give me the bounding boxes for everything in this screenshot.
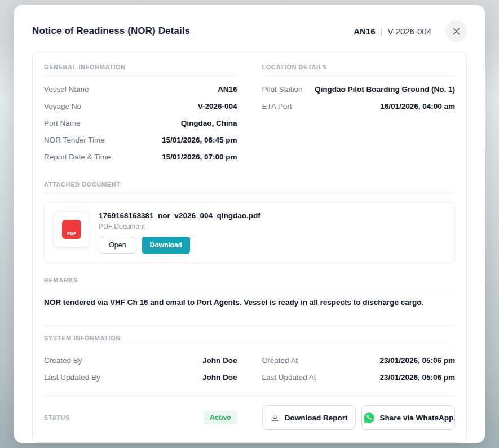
info-columns: General Information Vessel Name AN16 Voy… bbox=[44, 64, 455, 165]
report-datetime-label: Report Date & Time bbox=[44, 153, 111, 161]
modal-title: Notice of Readiness (NOR) Details bbox=[32, 25, 190, 37]
last-updated-at-value: 23/01/2026, 05:06 pm bbox=[379, 373, 455, 382]
general-information-section: General Information Vessel Name AN16 Voy… bbox=[44, 64, 237, 165]
page-background: Notice of Readiness (NOR) Details AN16 |… bbox=[0, 0, 499, 448]
pilot-station-row: Pilot Station Qingdao Pilot Boarding Gro… bbox=[262, 81, 456, 97]
location-details-heading: Location Details bbox=[262, 64, 456, 76]
report-datetime-row: Report Date & Time 15/01/2026, 07:00 pm bbox=[44, 148, 237, 165]
attachment-actions: Open Download bbox=[99, 237, 260, 254]
status-label: Status bbox=[44, 414, 70, 421]
report-datetime-value: 15/01/2026, 07:00 pm bbox=[162, 153, 237, 161]
port-name-value: Qingdao, China bbox=[181, 119, 237, 127]
whatsapp-icon bbox=[363, 412, 375, 424]
footer-actions: Download Report Share via WhatsApp bbox=[262, 405, 456, 430]
share-whatsapp-label: Share via WhatsApp bbox=[380, 414, 454, 422]
voyage-code: V-2026-004 bbox=[387, 26, 431, 36]
vessel-name-value: AN16 bbox=[218, 85, 237, 94]
share-whatsapp-button[interactable]: Share via WhatsApp bbox=[361, 405, 455, 430]
download-button[interactable]: Download bbox=[142, 237, 190, 254]
pdf-thumbnail: PDF bbox=[54, 211, 90, 247]
modal-header: Notice of Readiness (NOR) Details AN16 |… bbox=[32, 5, 467, 52]
last-updated-at-label: Last Updated At bbox=[262, 373, 316, 382]
vessel-name-label: Vessel Name bbox=[44, 85, 89, 94]
system-information-section: System Information Created By John Doe C… bbox=[44, 335, 455, 396]
details-card: General Information Vessel Name AN16 Voy… bbox=[32, 52, 467, 443]
system-information-rows: Created By John Doe Created At 23/01/202… bbox=[44, 352, 455, 396]
last-updated-by-row: Last Updated By John Doe bbox=[44, 369, 237, 385]
attachment-info: 1769168168381_nor_v2026_004_qingdao.pdf … bbox=[99, 211, 260, 254]
eta-port-label: ETA Port bbox=[262, 102, 292, 110]
open-button[interactable]: Open bbox=[99, 237, 136, 254]
pilot-station-label: Pilot Station bbox=[262, 85, 303, 94]
nor-tender-time-row: NOR Tender Time 15/01/2026, 06:45 pm bbox=[44, 131, 237, 148]
general-information-rows: Vessel Name AN16 Voyage No V-2026-004 Po… bbox=[44, 81, 237, 165]
download-report-label: Download Report bbox=[285, 414, 348, 422]
attached-document-heading: Attached Document bbox=[44, 181, 455, 193]
created-by-row: Created By John Doe bbox=[44, 352, 237, 369]
remarks-section: Remarks NOR tendered via VHF Ch 16 and e… bbox=[44, 277, 455, 326]
vessel-name-row: Vessel Name AN16 bbox=[44, 81, 237, 97]
remarks-text: NOR tendered via VHF Ch 16 and email to … bbox=[44, 297, 455, 326]
attachment-card: PDF 1769168168381_nor_v2026_004_qingdao.… bbox=[44, 202, 455, 263]
status-badge: Active bbox=[204, 411, 237, 424]
attached-document-section: Attached Document PDF 1769168168381_nor_… bbox=[44, 181, 455, 263]
last-updated-by-label: Last Updated By bbox=[44, 373, 100, 382]
voyage-no-label: Voyage No bbox=[44, 102, 81, 110]
last-updated-by-value: John Doe bbox=[202, 373, 237, 382]
pilot-station-value: Qingdao Pilot Boarding Ground (No. 1) bbox=[315, 85, 455, 94]
attachment-filetype: PDF Document bbox=[99, 223, 260, 230]
created-at-label: Created At bbox=[262, 356, 298, 365]
last-updated-at-row: Last Updated At 23/01/2026, 05:06 pm bbox=[262, 369, 456, 385]
download-report-icon bbox=[270, 413, 280, 423]
download-report-button[interactable]: Download Report bbox=[262, 405, 356, 430]
vessel-code: AN16 bbox=[354, 26, 375, 36]
nor-tender-time-label: NOR Tender Time bbox=[44, 136, 105, 144]
eta-port-value: 16/01/2026, 04:00 am bbox=[380, 102, 455, 110]
status-row: Status Active bbox=[44, 411, 237, 424]
system-information-heading: System Information bbox=[44, 335, 455, 347]
created-at-value: 23/01/2026, 05:06 pm bbox=[379, 356, 455, 365]
modal-footer: Status Active Download Report bbox=[44, 405, 455, 430]
eta-port-row: ETA Port 16/01/2026, 04:00 am bbox=[262, 97, 456, 114]
created-by-value: John Doe bbox=[202, 356, 237, 365]
close-button[interactable] bbox=[445, 20, 467, 42]
created-by-label: Created By bbox=[44, 356, 82, 365]
nor-details-modal: Notice of Readiness (NOR) Details AN16 |… bbox=[14, 5, 485, 443]
remarks-heading: Remarks bbox=[44, 277, 455, 289]
port-name-label: Port Name bbox=[44, 119, 81, 127]
general-information-heading: General Information bbox=[44, 64, 237, 76]
created-at-row: Created At 23/01/2026, 05:06 pm bbox=[262, 352, 456, 369]
header-reference: AN16 | V-2026-004 bbox=[354, 20, 467, 42]
port-name-row: Port Name Qingdao, China bbox=[44, 114, 237, 131]
voyage-no-value: V-2026-004 bbox=[198, 102, 237, 110]
pdf-file-icon: PDF bbox=[62, 220, 81, 239]
location-details-rows: Pilot Station Qingdao Pilot Boarding Gro… bbox=[262, 81, 456, 114]
attachment-filename: 1769168168381_nor_v2026_004_qingdao.pdf bbox=[99, 211, 260, 220]
nor-tender-time-value: 15/01/2026, 06:45 pm bbox=[162, 136, 237, 144]
reference-divider: | bbox=[381, 26, 383, 36]
close-icon bbox=[452, 27, 461, 36]
voyage-no-row: Voyage No V-2026-004 bbox=[44, 97, 237, 114]
location-details-section: Location Details Pilot Station Qingdao P… bbox=[262, 64, 456, 114]
